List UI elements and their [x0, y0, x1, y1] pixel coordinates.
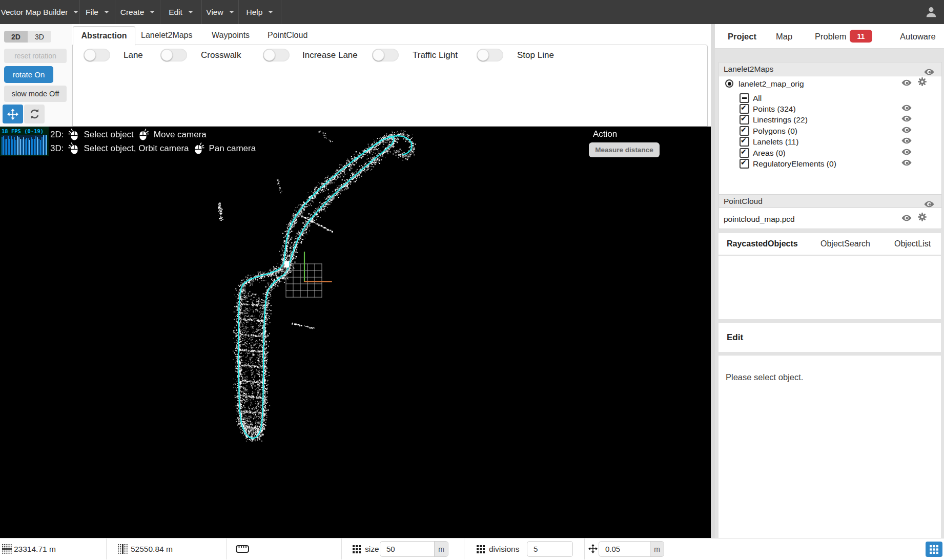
help-3d-select: Select object, Orbit camera: [84, 143, 189, 154]
tab-pointcloud[interactable]: PointCloud: [268, 26, 307, 45]
lanelets-visibility-eye-icon[interactable]: [901, 137, 912, 146]
chevron-down-icon: [229, 11, 234, 13]
grid-divisions-input[interactable]: 5: [527, 541, 573, 557]
mode-3d-button[interactable]: 3D: [28, 31, 51, 43]
tab-object-list[interactable]: ObjectList: [894, 233, 931, 255]
help-2d-line: 2D: Select object Move camera: [50, 128, 207, 141]
crosswalk-toggle[interactable]: [160, 49, 187, 61]
map-visibility-eye-icon[interactable]: [901, 79, 912, 88]
polygons-visibility-eye-icon[interactable]: [901, 126, 912, 135]
grid-size-input[interactable]: 50 m: [380, 541, 448, 557]
chevron-down-icon: [268, 11, 273, 13]
measure-distance-button[interactable]: Measure distance: [589, 142, 660, 157]
menu-view[interactable]: View: [202, 0, 239, 24]
tree-item-all: All: [753, 93, 762, 103]
all-checkbox-indeterminate[interactable]: [740, 93, 749, 103]
chevron-down-icon: [73, 11, 78, 13]
right-panel: Project Map Problem 11 Autoware Lanelet2…: [715, 24, 944, 538]
grid-divisions-label: divisions: [489, 538, 519, 560]
action-label: Action: [593, 129, 617, 139]
lane-toggle[interactable]: [84, 49, 110, 61]
ruler-icon[interactable]: [236, 545, 249, 555]
menu-edit[interactable]: Edit: [160, 0, 202, 24]
tab-project[interactable]: Project: [728, 24, 756, 49]
grid-divisions-value: 5: [527, 545, 572, 553]
tab-autoware[interactable]: Autoware: [900, 24, 936, 49]
help-2d-move: Move camera: [154, 130, 207, 140]
tab-problem[interactable]: Problem: [815, 24, 846, 49]
y-axis-grid-icon: [118, 544, 128, 556]
move-tool-button[interactable]: [3, 105, 23, 123]
refresh-tool-button[interactable]: [24, 105, 45, 123]
map-viewport[interactable]: 18 FPS (0-19) 2D: Select object Move cam…: [0, 127, 715, 538]
points-visibility-eye-icon[interactable]: [901, 104, 912, 113]
pointcloud-file-visibility-eye-icon[interactable]: [901, 214, 912, 223]
mouse-left-icon: [68, 142, 79, 155]
tree-item-regulatory-elements: RegulatoryElements (0): [753, 158, 836, 169]
maps-card: Lanelet2Maps lanelet2_map_orig All ✔ Poi…: [719, 62, 942, 229]
grid-divisions-icon: [477, 545, 485, 555]
edit-section-header: Edit: [719, 323, 941, 352]
linestrings-checkbox[interactable]: ✔: [740, 115, 749, 125]
menu-file[interactable]: File: [80, 0, 115, 24]
regulatory-elements-checkbox[interactable]: ✔: [740, 159, 749, 169]
lanelets-checkbox[interactable]: ✔: [740, 137, 749, 147]
menubar: Vector Map Builder File Create Edit View…: [0, 0, 944, 24]
tab-object-search[interactable]: ObjectSearch: [820, 233, 870, 255]
user-profile-icon[interactable]: [925, 5, 938, 20]
reset-rotation-button[interactable]: reset rotation: [4, 49, 67, 63]
mouse-left-icon: [68, 128, 79, 141]
menu-app-label: Vector Map Builder: [1, 8, 68, 17]
linestrings-visibility-eye-icon[interactable]: [901, 115, 912, 124]
help-2d-prefix: 2D:: [50, 130, 64, 140]
lane-toggle-label: Lane: [124, 49, 143, 61]
grid-size-icon: [353, 545, 361, 555]
slow-mode-button[interactable]: slow mode Off: [4, 86, 67, 102]
points-checkbox[interactable]: ✔: [740, 104, 749, 114]
areas-visibility-eye-icon[interactable]: [901, 148, 912, 157]
tree-item-areas: Areas (0): [753, 148, 786, 158]
chevron-down-icon: [188, 11, 193, 13]
map-settings-gear-icon[interactable]: [918, 77, 927, 88]
help-3d-pan: Pan camera: [209, 143, 256, 154]
help-3d-line: 3D: Select object, Orbit camera Pan came…: [50, 141, 256, 155]
traffic-light-toggle[interactable]: [372, 49, 399, 61]
pointcloud-file-settings-gear-icon[interactable]: [918, 213, 927, 223]
pointcloud-visibility-eye-icon[interactable]: [924, 198, 934, 212]
lanelet2maps-section-header: Lanelet2Maps: [719, 63, 941, 76]
stop-line-toggle[interactable]: [477, 49, 503, 61]
map-radio-selected[interactable]: [725, 79, 733, 88]
increase-lane-toggle[interactable]: [263, 49, 290, 61]
edit-title: Edit: [727, 323, 743, 352]
grid-size-value: 50: [380, 545, 434, 553]
grid-toggle-button[interactable]: [926, 542, 942, 557]
tree-item-polygons: Polygons (0): [753, 126, 797, 136]
tab-waypoints[interactable]: Waypoints: [212, 26, 250, 45]
chevron-down-icon: [150, 11, 155, 13]
mode-2d-button[interactable]: 2D: [4, 31, 28, 43]
tab-raycasted-objects[interactable]: RaycastedObjects: [727, 233, 798, 255]
view-mode-switch: 2D 3D: [4, 31, 51, 43]
panel-divider[interactable]: [711, 24, 715, 538]
regulatory-elements-visibility-eye-icon[interactable]: [901, 159, 912, 168]
tab-map[interactable]: Map: [776, 24, 792, 49]
cursor-y-value: 52550.84 m: [131, 538, 173, 560]
fps-readout: 18 FPS (0-19): [0, 127, 49, 134]
menu-create[interactable]: Create: [115, 0, 160, 24]
x-axis-grid-icon: [2, 544, 12, 556]
fps-widget[interactable]: 18 FPS (0-19): [0, 127, 49, 156]
tab-lanelet2maps[interactable]: Lanelet2Maps: [141, 26, 193, 45]
move-step-value: 0.05: [599, 545, 650, 553]
move-step-input[interactable]: 0.05 m: [599, 541, 664, 557]
rotate-toggle-button[interactable]: rotate On: [4, 66, 53, 83]
polygons-checkbox[interactable]: ✔: [740, 126, 749, 136]
areas-checkbox[interactable]: ✔: [740, 148, 749, 158]
tab-abstraction[interactable]: Abstraction: [73, 26, 135, 46]
menu-app[interactable]: Vector Map Builder: [0, 0, 80, 24]
menu-help[interactable]: Help: [239, 0, 281, 24]
edit-placeholder-message: Please select object.: [726, 372, 803, 382]
pointcloud-map-canvas[interactable]: [0, 127, 715, 538]
refresh-icon: [29, 109, 40, 119]
vector-map-builder-app: { "menu": { "items": [ {"label": "Vector…: [0, 0, 944, 560]
fps-graph: [2, 135, 47, 155]
